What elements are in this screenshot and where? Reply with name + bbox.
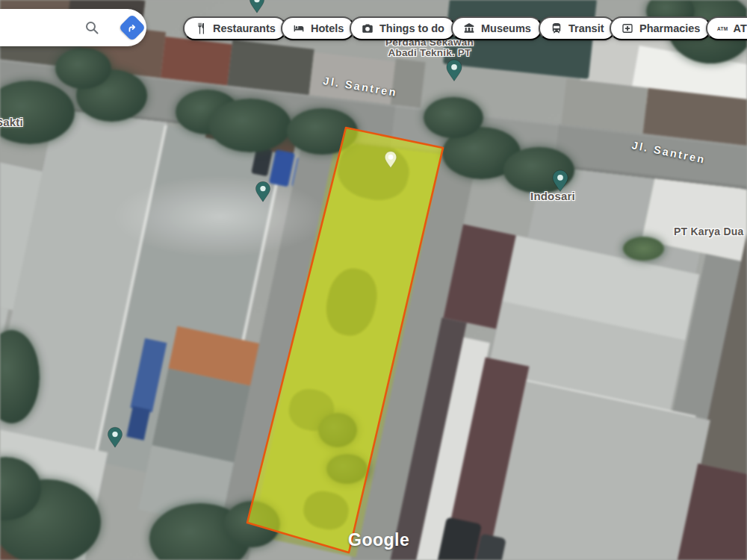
chip-label: Pharmacies xyxy=(639,22,700,34)
place-label-line: Abadi Teknik. PT xyxy=(370,48,489,58)
museums-icon xyxy=(462,22,476,35)
chip-pharmacies[interactable]: Pharmacies xyxy=(610,16,711,40)
things-to-do-icon xyxy=(361,22,374,35)
highlighted-parcel-polygon[interactable] xyxy=(247,128,443,553)
place-pin-icon[interactable] xyxy=(255,181,271,203)
chip-label: Things to do xyxy=(379,22,444,34)
place-label-sakti[interactable]: Sakti xyxy=(0,117,23,128)
transit-icon xyxy=(550,22,563,35)
search-icon[interactable] xyxy=(84,20,99,35)
chip-restaurants[interactable]: Restaurants xyxy=(183,16,287,40)
chip-label: Museums xyxy=(481,22,531,34)
chip-hotels[interactable]: Hotels xyxy=(281,16,355,40)
parcel-pin-icon[interactable] xyxy=(384,151,397,169)
chip-things-to-do[interactable]: Things to do xyxy=(350,16,456,40)
place-pin-icon[interactable] xyxy=(249,0,265,14)
place-label-pt-karya-dua[interactable]: PT Karya Dua xyxy=(674,226,743,237)
chip-transit[interactable]: Transit xyxy=(539,16,616,40)
hotels-icon xyxy=(292,22,306,35)
restaurants-icon xyxy=(194,22,208,35)
atm-icon: ATM xyxy=(717,26,728,31)
chip-label: Transit xyxy=(568,22,604,34)
chip-label: Restaurants xyxy=(213,22,276,34)
pharmacies-icon xyxy=(621,22,634,35)
chip-label: ATM xyxy=(734,22,747,34)
place-label-perdana-sekawan[interactable]: Perdana Sekawan Abadi Teknik. PT xyxy=(370,37,489,58)
chip-museums[interactable]: Museums xyxy=(451,16,542,40)
directions-icon[interactable] xyxy=(119,14,146,42)
search-input[interactable] xyxy=(0,9,146,46)
chip-atm[interactable]: ATM ATM xyxy=(706,16,747,40)
chip-label: Hotels xyxy=(311,22,344,34)
google-watermark: Google xyxy=(348,530,409,550)
place-label-indosari[interactable]: Indosari xyxy=(519,191,586,202)
place-pin-icon[interactable] xyxy=(107,426,123,449)
place-pin-icon[interactable] xyxy=(445,59,463,82)
google-maps-satellite-view[interactable]: Perdana Sekawan Abadi Teknik. PT Indosar… xyxy=(0,0,747,560)
